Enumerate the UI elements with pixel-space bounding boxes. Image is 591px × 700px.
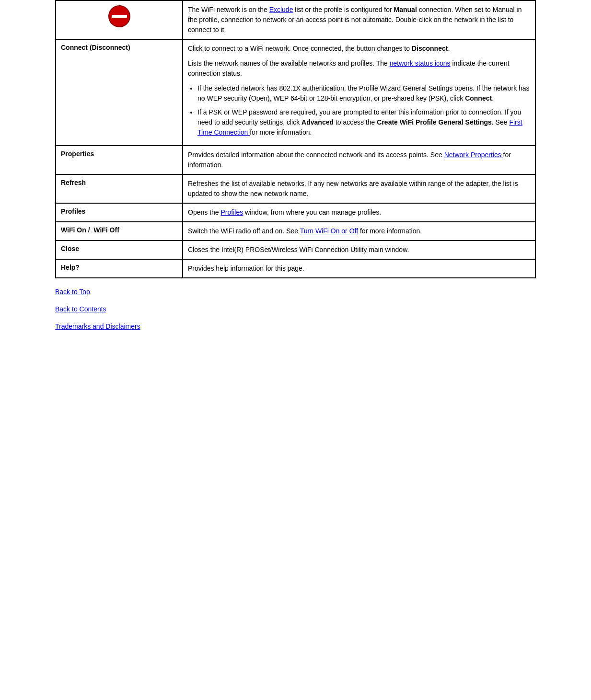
table-row: Profiles Opens the Profiles window, from… [56, 203, 535, 222]
refresh-label: Refresh [56, 174, 183, 203]
bullet-item: If a PSK or WEP password are required, y… [197, 107, 530, 138]
profiles-link[interactable]: Profiles [221, 208, 243, 216]
back-to-contents-link[interactable]: Back to Contents [55, 305, 536, 313]
table-row: The WiFi network is on the Exclude list … [56, 0, 535, 39]
back-to-top-link[interactable]: Back to Top [55, 288, 536, 296]
main-table: The WiFi network is on the Exclude list … [55, 0, 536, 278]
wifi-on-off-label: WiFi On / WiFi Off [56, 222, 183, 241]
icon-row-description: The WiFi network is on the Exclude list … [183, 0, 535, 39]
profiles-label: Profiles [56, 203, 183, 222]
no-entry-icon [108, 5, 131, 28]
refresh-description: Refreshes the list of available networks… [183, 174, 535, 203]
profiles-description: Opens the Profiles window, from where yo… [183, 203, 535, 222]
properties-description: Provides detailed information about the … [183, 146, 535, 174]
connect-bullets: If the selected network has 802.1X authe… [197, 83, 530, 138]
help-label: Help? [56, 259, 183, 278]
close-description: Closes the Intel(R) PROSet/Wireless WiFi… [183, 241, 535, 259]
table-row: Properties Provides detailed information… [56, 146, 535, 174]
properties-label: Properties [56, 146, 183, 174]
connect-label: Connect (Disconnect) [56, 39, 183, 146]
trademarks-link[interactable]: Trademarks and Disclaimers [55, 322, 536, 330]
svg-rect-1 [112, 15, 127, 18]
exclude-link[interactable]: Exclude [269, 6, 293, 13]
network-properties-link[interactable]: Network Properties [444, 151, 503, 159]
network-status-icons-link[interactable]: network status icons [390, 59, 451, 67]
icon-cell [56, 0, 183, 39]
table-row: Connect (Disconnect) Click to connect to… [56, 39, 535, 146]
bullet-item: If the selected network has 802.1X authe… [197, 83, 530, 103]
wifi-on-off-description: Switch the WiFi radio off and on. See Tu… [183, 222, 535, 241]
connect-description: Click to connect to a WiFi network. Once… [183, 39, 535, 146]
footer-links: Back to Top Back to Contents Trademarks … [55, 278, 536, 344]
turn-wifi-link[interactable]: Turn WiFi On or Off [300, 227, 358, 235]
table-row: Close Closes the Intel(R) PROSet/Wireles… [56, 241, 535, 259]
table-row: Help? Provides help information for this… [56, 259, 535, 278]
help-description: Provides help information for this page. [183, 259, 535, 278]
close-label: Close [56, 241, 183, 259]
table-row: WiFi On / WiFi Off Switch the WiFi radio… [56, 222, 535, 241]
table-row: Refresh Refreshes the list of available … [56, 174, 535, 203]
